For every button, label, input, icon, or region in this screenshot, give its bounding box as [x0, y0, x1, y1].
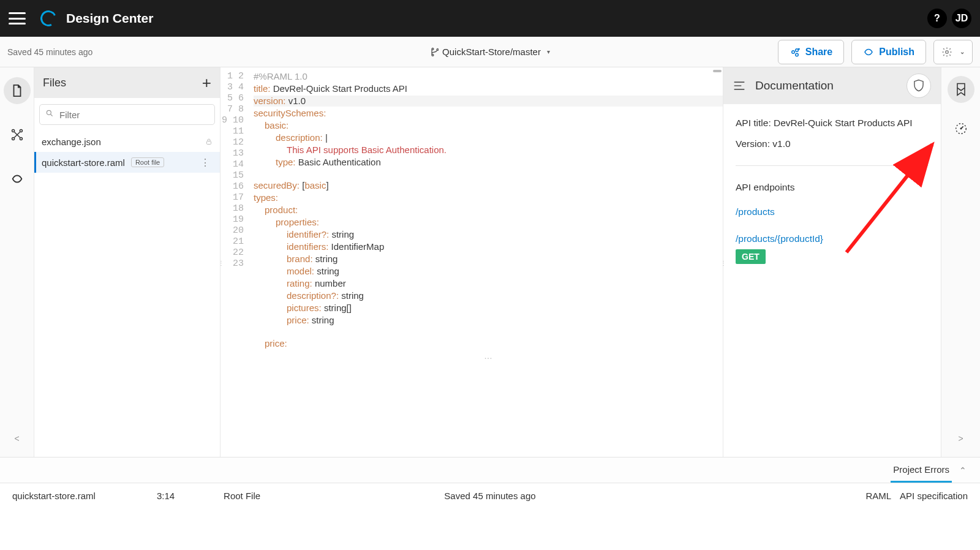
branch-selector[interactable]: QuickStart-Store/master ▾ [430, 47, 550, 57]
shield-icon [913, 79, 925, 92]
share-icon [790, 47, 801, 58]
graph-icon [10, 128, 24, 141]
collapse-left-button[interactable]: < [10, 430, 23, 447]
mocking-button[interactable] [948, 115, 974, 142]
splitter-left[interactable]: ⋮ [218, 262, 223, 265]
files-header: Files + [34, 67, 220, 98]
left-rail: < [0, 67, 34, 457]
status-bar: quickstart-store.raml 3:14 Root File Sav… [0, 483, 980, 508]
svg-point-0 [946, 50, 949, 53]
exchange-icon [10, 172, 24, 186]
branch-name: QuickStart-Store/master [442, 47, 541, 57]
toolbar: Saved 45 minutes ago QuickStart-Store/ma… [0, 37, 980, 67]
status-root: Root File [224, 491, 260, 501]
status-lang: RAML [865, 491, 891, 501]
bookmark-icon [954, 82, 968, 97]
documentation-panel: Documentation API title: DevRel-Quick St… [723, 67, 941, 457]
search-icon [45, 109, 54, 118]
status-saved: Saved 45 minutes ago [444, 491, 535, 501]
settings-button[interactable]: ⌄ [933, 40, 973, 64]
app-title: Design Center [66, 11, 153, 26]
branch-icon [430, 47, 439, 57]
status-file: quickstart-store.raml [12, 491, 96, 501]
dependencies-view-button[interactable] [4, 121, 31, 148]
doc-title: Documentation [755, 79, 834, 92]
publish-icon [863, 47, 874, 58]
svg-point-3 [12, 137, 14, 140]
collapse-right-button[interactable]: > [954, 430, 967, 447]
api-version: Version: v1.0 [736, 138, 929, 149]
doc-wrap: Documentation API title: DevRel-Quick St… [723, 67, 941, 457]
top-bar: Design Center ? JD [0, 0, 980, 37]
chevron-down-icon: ⌄ [960, 48, 965, 55]
right-rail: > [941, 67, 980, 457]
code-content[interactable]: #%RAML 1.0 title: DevRel-Quick Start Pro… [249, 67, 723, 457]
main-area: < Files + exchange.json quickstart-store… [0, 67, 980, 457]
endpoints-heading: API endpoints [736, 182, 929, 193]
code-editor[interactable]: ⋮ 1 2 3 4 5 6 7 8 9 10 11 12 13 14 15 16… [221, 67, 723, 457]
lock-icon [205, 137, 213, 146]
endpoint-link-product-id[interactable]: /products/{productId} [736, 233, 929, 244]
svg-point-8 [960, 128, 962, 130]
gear-icon [941, 47, 952, 58]
files-panel: Files + exchange.json quickstart-store.r… [34, 67, 221, 457]
project-errors-tab[interactable]: Project Errors [891, 458, 952, 483]
doc-header: Documentation [723, 67, 941, 104]
exchange-view-button[interactable] [4, 165, 31, 192]
project-errors-bar: Project Errors ⌃ [0, 457, 980, 483]
file-name: exchange.json [42, 137, 101, 147]
minimap-handle[interactable] [713, 70, 722, 72]
chevron-down-icon: ▾ [547, 48, 550, 55]
file-name: quickstart-store.raml [42, 157, 125, 168]
user-avatar[interactable]: JD [952, 9, 971, 28]
file-item-exchange[interactable]: exchange.json [34, 131, 220, 152]
app-logo [38, 8, 58, 28]
publish-label: Publish [879, 47, 914, 58]
gauge-icon [954, 122, 968, 135]
root-file-badge: Root file [131, 157, 164, 167]
filter-input[interactable] [39, 104, 215, 125]
endpoint-link-products[interactable]: /products [736, 206, 929, 217]
status-cursor: 3:14 [157, 491, 175, 501]
help-button[interactable]: ? [927, 9, 947, 28]
file-icon [10, 84, 24, 97]
share-label: Share [805, 47, 832, 58]
file-item-quickstart[interactable]: quickstart-store.raml Root file ⋮ [34, 152, 220, 173]
chevron-up-icon[interactable]: ⌃ [959, 465, 967, 475]
security-button[interactable] [907, 73, 931, 98]
svg-point-5 [47, 110, 51, 115]
line-gutter: 1 2 3 4 5 6 7 8 9 10 11 12 13 14 15 16 1… [221, 67, 249, 457]
files-title: Files [43, 77, 66, 89]
file-menu-button[interactable]: ⋮ [198, 157, 213, 168]
splitter-right[interactable]: ⋮ [720, 262, 725, 265]
api-title: API title: DevRel-Quick Start Products A… [736, 116, 929, 130]
svg-point-2 [20, 130, 22, 132]
files-view-button[interactable] [4, 77, 31, 104]
saved-indicator: Saved 45 minutes ago [7, 47, 92, 57]
method-badge-get[interactable]: GET [736, 249, 766, 264]
divider [736, 165, 929, 166]
doc-menu-icon[interactable] [733, 81, 745, 91]
status-spec: API specification [900, 491, 968, 501]
menu-icon[interactable] [9, 12, 26, 24]
add-file-button[interactable]: + [202, 73, 211, 92]
publish-button[interactable]: Publish [851, 40, 926, 64]
share-button[interactable]: Share [778, 40, 844, 64]
svg-point-4 [20, 137, 22, 140]
doc-view-button[interactable] [948, 76, 974, 103]
svg-point-1 [12, 130, 14, 132]
svg-rect-6 [207, 141, 211, 145]
